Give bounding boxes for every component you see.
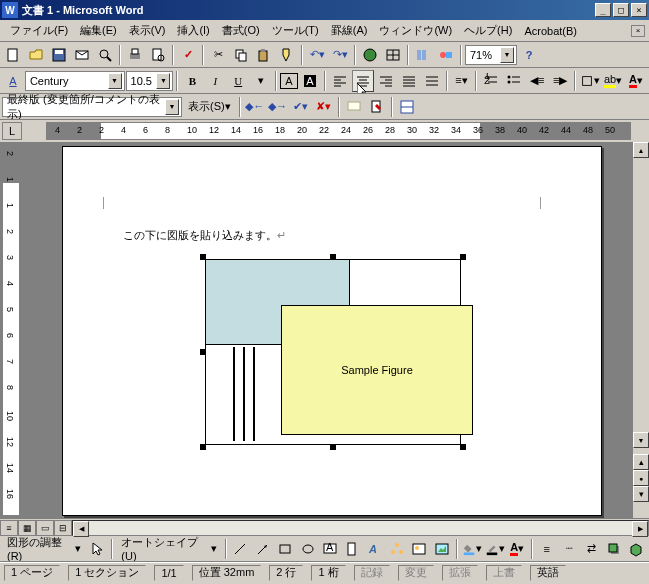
align-left-button[interactable] — [329, 70, 351, 92]
scroll-left-button[interactable]: ◀ — [73, 521, 89, 537]
status-rec[interactable]: 記録 — [354, 565, 390, 581]
menu-table[interactable]: 罫線(A) — [325, 21, 374, 40]
print-preview-button[interactable] — [147, 44, 169, 66]
display-for-review-combo[interactable]: 最終版 (変更箇所/コメントの表示) ▼ — [2, 97, 182, 117]
new-doc-button[interactable] — [2, 44, 24, 66]
status-language[interactable]: 英語 — [530, 565, 566, 581]
close-button[interactable]: × — [631, 3, 647, 17]
font-name-combo[interactable]: Century ▼ — [25, 71, 125, 91]
spelling-button[interactable]: ✓ — [177, 44, 199, 66]
line-tool-button[interactable] — [230, 538, 251, 560]
wordart-button[interactable]: A — [364, 538, 385, 560]
font-color-button[interactable]: A▾ — [625, 70, 647, 92]
bullets-button[interactable] — [503, 70, 525, 92]
status-ovr[interactable]: 上書 — [486, 565, 522, 581]
search-button[interactable] — [94, 44, 116, 66]
status-trk[interactable]: 変更 — [398, 565, 434, 581]
accept-change-button[interactable]: ✔▾ — [290, 96, 312, 118]
3d-button[interactable] — [626, 538, 647, 560]
highlight-button[interactable]: ab▾ — [602, 70, 624, 92]
browse-next-button[interactable]: ▾ — [633, 486, 649, 502]
cut-button[interactable]: ✂ — [207, 44, 229, 66]
menu-window[interactable]: ウィンドウ(W) — [373, 21, 458, 40]
tables-borders-button[interactable] — [382, 44, 404, 66]
autoshapes-button[interactable]: オートシェイプ(U) ▾ — [116, 538, 221, 560]
web-view-button[interactable]: ▦ — [18, 520, 36, 536]
shadow-button[interactable] — [603, 538, 624, 560]
vertical-scrollbar[interactable]: ▲ ▼ ▴ ● ▾ — [633, 142, 649, 518]
distribute-button[interactable] — [421, 70, 443, 92]
menu-tools[interactable]: ツール(T) — [266, 21, 325, 40]
horizontal-scrollbar[interactable]: ◀ ▶ — [72, 520, 649, 536]
align-justify-button[interactable] — [398, 70, 420, 92]
open-button[interactable] — [25, 44, 47, 66]
track-changes-button[interactable] — [366, 96, 388, 118]
char-border-button[interactable]: A — [280, 73, 298, 89]
maximize-button[interactable]: □ — [613, 3, 629, 17]
textbox-tool-button[interactable]: A — [319, 538, 340, 560]
font-size-combo[interactable]: 10.5 ▼ — [126, 71, 174, 91]
minimize-button[interactable]: _ — [595, 3, 611, 17]
tab-selector[interactable]: L — [2, 122, 22, 140]
scroll-down-button[interactable]: ▼ — [633, 432, 649, 448]
next-change-button[interactable]: ◆→ — [267, 96, 289, 118]
arrow-style-button[interactable]: ⇄ — [581, 538, 602, 560]
draw-menu-button[interactable]: 図形の調整(R) ▾ — [2, 538, 86, 560]
menu-file[interactable]: ファイル(F) — [4, 21, 74, 40]
align-center-button[interactable]: 中央揃え — [352, 70, 374, 92]
chevron-down-icon[interactable]: ▼ — [108, 73, 122, 89]
bold-button[interactable]: B — [181, 70, 203, 92]
rectangle-tool-button[interactable] — [274, 538, 295, 560]
help-button[interactable]: ? — [518, 44, 540, 66]
dash-style-button[interactable]: ┈ — [558, 538, 579, 560]
increase-indent-button[interactable]: ≡▶ — [549, 70, 571, 92]
browse-object-button[interactable]: ● — [633, 470, 649, 486]
paste-button[interactable] — [253, 44, 275, 66]
arrow-tool-button[interactable] — [252, 538, 273, 560]
chevron-down-icon[interactable]: ▼ — [165, 99, 179, 115]
body-text[interactable]: この下に図版を貼り込みます。↵ — [123, 227, 286, 243]
diagram-button[interactable] — [386, 538, 407, 560]
menu-acrobat[interactable]: Acrobat(B) — [518, 23, 583, 39]
line-spacing-button[interactable]: ≡▾ — [451, 70, 473, 92]
scroll-up-button[interactable]: ▲ — [633, 142, 649, 158]
vertical-ruler[interactable]: 211234567810121416 — [2, 142, 20, 516]
menu-format[interactable]: 書式(O) — [216, 21, 266, 40]
chevron-down-icon[interactable]: ▼ — [500, 47, 514, 63]
prev-change-button[interactable]: ◆← — [244, 96, 266, 118]
format-painter-button[interactable] — [276, 44, 298, 66]
scroll-right-button[interactable]: ▶ — [632, 521, 648, 537]
borders-button[interactable]: ▾ — [579, 70, 601, 92]
copy-button[interactable] — [230, 44, 252, 66]
menu-help[interactable]: ヘルプ(H) — [458, 21, 518, 40]
underline-dropdown-button[interactable]: ▾ — [250, 70, 272, 92]
figure-yellow-rect[interactable]: Sample Figure — [281, 305, 473, 435]
doc-close-button[interactable]: × — [631, 25, 645, 37]
char-shading-button[interactable]: A — [299, 70, 321, 92]
show-menu-button[interactable]: 表示(S) ▾ — [183, 96, 236, 118]
numbering-button[interactable]: 12 — [480, 70, 502, 92]
document-viewport[interactable]: この下に図版を貼り込みます。↵ Sample Figure — [22, 142, 649, 518]
styles-pane-button[interactable]: A — [2, 70, 24, 92]
font-color-draw-button[interactable]: A▾ — [507, 538, 528, 560]
line-style-button[interactable]: ≡ — [536, 538, 557, 560]
vertical-textbox-button[interactable] — [342, 538, 363, 560]
clipart-button[interactable] — [409, 538, 430, 560]
normal-view-button[interactable]: ≡ — [0, 520, 18, 536]
drawing-toggle-button[interactable] — [435, 44, 457, 66]
print-button[interactable] — [124, 44, 146, 66]
undo-button[interactable]: ↶▾ — [306, 44, 328, 66]
align-right-button[interactable] — [375, 70, 397, 92]
italic-button[interactable]: I — [204, 70, 226, 92]
menu-edit[interactable]: 編集(E) — [74, 21, 123, 40]
columns-button[interactable] — [412, 44, 434, 66]
horizontal-ruler[interactable]: 4224681012141618202224262830323436384042… — [46, 122, 631, 140]
browse-prev-button[interactable]: ▴ — [633, 454, 649, 470]
oval-tool-button[interactable] — [297, 538, 318, 560]
print-layout-view-button[interactable]: ▭ — [36, 520, 54, 536]
insert-picture-button[interactable] — [431, 538, 452, 560]
decrease-indent-button[interactable]: ◀≡ — [526, 70, 548, 92]
outline-view-button[interactable]: ⊟ — [54, 520, 72, 536]
mail-button[interactable] — [71, 44, 93, 66]
save-button[interactable] — [48, 44, 70, 66]
